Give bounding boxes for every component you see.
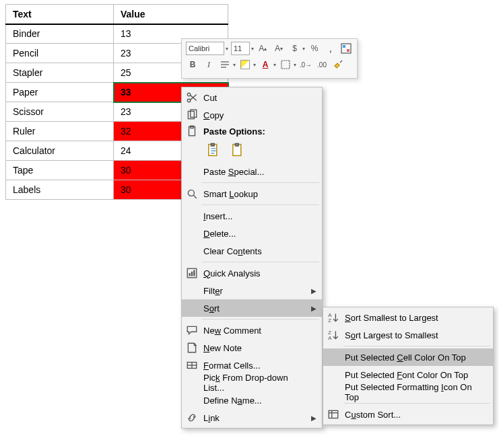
cell-text[interactable]: Labels [6, 180, 114, 200]
svg-line-21 [193, 195, 197, 198]
comment-icon [186, 324, 198, 336]
paste-option-values[interactable] [229, 141, 246, 159]
svg-text:A: A [328, 335, 332, 341]
menu-copy[interactable]: Copy [182, 106, 322, 124]
svg-line-7 [340, 61, 342, 63]
fill-color-icon[interactable] [238, 58, 252, 71]
menu-define-name[interactable]: Define Name... [182, 391, 322, 409]
quick-analysis-icon [186, 267, 198, 279]
svg-point-9 [187, 93, 191, 96]
cell-text[interactable]: Stapler [6, 63, 114, 83]
font-name-select[interactable]: Calibri [186, 42, 224, 55]
align-icon[interactable] [218, 58, 232, 71]
cell-text[interactable]: Pencil [6, 44, 114, 63]
increase-font-icon[interactable]: A▴ [257, 42, 270, 55]
sort-asc-icon: AZ [327, 311, 339, 324]
search-icon [186, 188, 198, 200]
borders-icon[interactable] [279, 58, 292, 71]
menu-clear-contents[interactable]: Clear Contents [182, 242, 322, 260]
svg-rect-35 [329, 410, 338, 418]
menu-new-comment[interactable]: New Comment [182, 322, 322, 339]
menu-filter[interactable]: Filter▶ [182, 282, 322, 299]
paste-option-default[interactable] [205, 141, 222, 159]
submenu-cell-color-top[interactable]: Put Selected Cell Color On Top [323, 348, 493, 366]
svg-line-10 [191, 96, 197, 101]
menu-smart-lookup[interactable]: Smart Lookup [182, 185, 322, 202]
svg-rect-2 [347, 49, 350, 52]
increase-decimal-icon[interactable]: .0→ [299, 58, 312, 71]
decrease-decimal-icon[interactable]: .00 [315, 58, 329, 71]
menu-paste-special[interactable]: Paste Special... [182, 163, 322, 180]
cell-text[interactable]: Scissor [6, 102, 114, 122]
menu-new-note[interactable]: New Note [182, 339, 322, 357]
cell-text[interactable]: Paper [6, 83, 114, 102]
format-painter-icon[interactable] [331, 58, 345, 71]
font-size-select[interactable]: 11 [231, 42, 250, 55]
context-menu: Cut Copy Paste Options: Paste Special...… [181, 87, 323, 428]
custom-sort-icon [327, 408, 339, 420]
cell-text[interactable]: Calculator [6, 141, 114, 161]
submenu-sort-largest[interactable]: ZA Sort Largest to Smallest [323, 326, 493, 344]
svg-text:Z: Z [328, 318, 331, 324]
chevron-right-icon: ▶ [311, 287, 317, 295]
submenu-font-color-top[interactable]: Put Selected Font Color On Top [323, 366, 493, 383]
menu-link[interactable]: Link▶ [182, 409, 322, 426]
svg-rect-1 [343, 45, 345, 48]
comma-format-icon[interactable]: , [324, 42, 337, 55]
cell-text[interactable]: Binder [6, 24, 114, 44]
submenu-sort-smallest[interactable]: AZ Sort Smallest to Largest [323, 309, 493, 326]
cell-text[interactable]: Tape [6, 161, 114, 180]
svg-point-20 [188, 190, 194, 196]
note-icon [186, 342, 198, 354]
menu-sort[interactable]: Sort▶ [182, 299, 322, 317]
clipboard-icon [186, 125, 198, 137]
sort-desc-icon: ZA [327, 329, 339, 341]
decrease-font-icon[interactable]: A▾ [272, 42, 286, 55]
svg-rect-6 [281, 61, 290, 69]
cell-text[interactable]: Ruler [6, 122, 114, 141]
svg-rect-23 [189, 273, 191, 276]
submenu-custom-sort[interactable]: Custom Sort... [323, 406, 493, 423]
menu-pick-from-list[interactable]: Pick From Drop-down List... [182, 374, 322, 391]
menu-insert[interactable]: Insert... [182, 207, 322, 225]
svg-point-8 [187, 99, 191, 102]
italic-icon[interactable]: I [202, 58, 215, 71]
percent-format-icon[interactable]: % [308, 42, 321, 55]
submenu-format-icon-top[interactable]: Put Selected Formatting Icon On Top [323, 383, 493, 401]
svg-rect-19 [235, 143, 238, 146]
svg-rect-17 [211, 143, 214, 146]
menu-paste-options: Paste Options: [182, 124, 322, 139]
menu-cut[interactable]: Cut [182, 89, 322, 106]
scissors-icon [186, 91, 198, 104]
svg-rect-24 [191, 272, 193, 276]
chevron-right-icon: ▶ [311, 414, 317, 422]
menu-format-cells[interactable]: Format Cells... [182, 357, 322, 374]
svg-rect-25 [193, 270, 195, 276]
format-cells-icon [186, 359, 198, 371]
bold-icon[interactable]: B [186, 58, 199, 71]
header-value[interactable]: Value [114, 5, 228, 24]
header-text[interactable]: Text [6, 5, 114, 24]
accounting-format-icon[interactable]: $ [288, 42, 302, 55]
chevron-right-icon: ▶ [311, 305, 317, 312]
menu-delete[interactable]: Delete... [182, 225, 322, 242]
link-icon [186, 412, 198, 424]
paste-options-row [182, 139, 322, 163]
font-color-icon[interactable]: A [259, 58, 272, 71]
mini-toolbar: Calibri▾ 11▾ A▴ A▾ $▾ % , B I ▾ ▾ A▾ ▾ .… [181, 38, 358, 79]
sort-submenu: AZ Sort Smallest to Largest ZA Sort Larg… [323, 307, 494, 425]
copy-icon [186, 109, 198, 121]
conditional-format-icon[interactable] [339, 42, 353, 55]
menu-quick-analysis[interactable]: Quick Analysis [182, 264, 322, 282]
svg-line-11 [191, 95, 197, 100]
